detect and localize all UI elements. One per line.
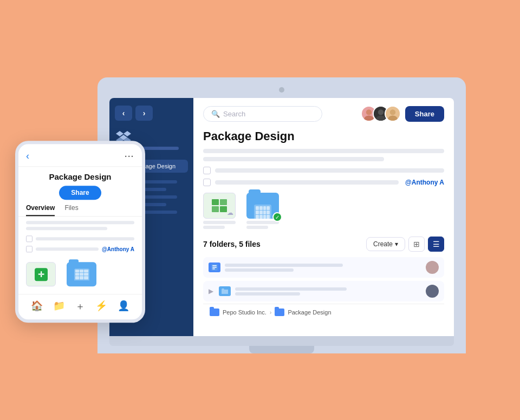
search-box[interactable]: 🔍 Search <box>203 106 322 122</box>
mobile-mention: @Anthony A <box>102 246 134 252</box>
laptop-stand <box>249 346 314 353</box>
svg-point-6 <box>364 115 373 122</box>
laptop-screen: ‹ › <box>109 98 454 336</box>
list-view-button[interactable]: ☰ <box>428 237 444 252</box>
mobile-checkbox-2[interactable] <box>26 246 32 252</box>
breadcrumb-folder-icon <box>275 309 284 316</box>
create-button[interactable]: Create ▾ <box>366 237 405 251</box>
file-previews: ☁ <box>203 193 444 229</box>
breadcrumb: Pepo Studio Inc. › Package Design <box>203 304 444 320</box>
main-content: 🔍 Search <box>193 98 454 336</box>
file-list-header: 7 folders, 5 files Create ▾ ⊞ ☰ <box>203 237 444 252</box>
page-title: Package Design <box>203 129 444 143</box>
mobile-back-button[interactable]: ‹ <box>26 150 29 162</box>
breadcrumb-company-icon <box>210 309 219 316</box>
mobile-content-bars <box>26 221 134 230</box>
content-bars <box>203 149 444 161</box>
mobile-more-button[interactable]: ··· <box>125 152 134 161</box>
svg-marker-0 <box>116 131 123 136</box>
checklist-item-2: @Anthony A <box>203 179 444 186</box>
mobile-check-item-2: @Anthony A <box>26 246 134 252</box>
mobile-title: Package Design <box>26 172 134 181</box>
file-row-avatar-1 <box>426 261 439 274</box>
file-list-controls: Create ▾ ⊞ ☰ <box>366 237 444 252</box>
forward-button[interactable]: › <box>135 106 153 121</box>
mobile-checkbox-1[interactable] <box>26 235 32 242</box>
mobile-header: ‹ ··· <box>18 144 142 167</box>
breadcrumb-folder: Package Design <box>288 309 331 316</box>
grid-view-button[interactable]: ⊞ <box>408 237 425 252</box>
search-icon: 🔍 <box>211 110 220 118</box>
mobile-folder-file[interactable] <box>67 262 96 286</box>
mobile-device: ‹ ··· Package Design Share Overview File… <box>15 141 145 323</box>
mobile-nav-profile[interactable]: 👤 <box>118 300 129 313</box>
file-row-2[interactable]: ▶ <box>203 281 444 301</box>
mobile-nav-files[interactable]: 📁 <box>53 300 65 313</box>
file-row-1[interactable] <box>203 257 444 278</box>
mention-tag: @Anthony A <box>405 179 444 186</box>
mobile-tabs: Overview Files <box>18 204 142 216</box>
svg-rect-15 <box>212 267 217 268</box>
mobile-nav-home[interactable]: 🏠 <box>31 300 43 313</box>
checklist: @Anthony A <box>203 167 444 186</box>
file-folder-icon-2 <box>219 286 231 296</box>
excel-icon: ☁ <box>203 193 236 219</box>
content-bar-1 <box>203 149 444 153</box>
share-button[interactable]: Share <box>405 106 444 122</box>
cloud-icon: ☁ <box>227 209 233 216</box>
mobile-nav-add[interactable]: ＋ <box>75 300 85 313</box>
laptop-base <box>109 336 454 346</box>
laptop-container: ‹ › <box>98 77 466 353</box>
svg-marker-1 <box>123 131 131 136</box>
checkbox-1[interactable] <box>203 167 211 174</box>
breadcrumb-separator-1: › <box>270 309 272 316</box>
avatar-group <box>361 106 401 122</box>
mobile-building-icon <box>74 268 89 280</box>
file-preview-excel[interactable]: ☁ <box>203 193 236 229</box>
checklist-item-1 <box>203 167 444 174</box>
mobile-frame: ‹ ··· Package Design Share Overview File… <box>15 141 145 323</box>
checklist-bar-1 <box>215 168 444 173</box>
file-list: ▶ <box>203 257 444 301</box>
toolbar-right: Share <box>361 106 444 122</box>
svg-point-8 <box>378 109 384 115</box>
mobile-excel-icon: ✛ <box>35 268 48 281</box>
svg-rect-14 <box>212 265 217 266</box>
create-label: Create <box>373 240 393 248</box>
file-doc-icon-1 <box>209 262 220 272</box>
laptop-camera <box>279 87 284 93</box>
file-count: 7 folders, 5 files <box>203 240 261 248</box>
mobile-content: @Anthony A ✛ <box>18 221 142 292</box>
mobile-file-icons: ✛ <box>26 258 134 292</box>
mobile-share-button[interactable]: Share <box>59 186 101 200</box>
checkbox-2[interactable] <box>203 179 211 186</box>
breadcrumb-company: Pepo Studio Inc. <box>223 309 266 316</box>
file-row-avatar-2 <box>426 285 439 298</box>
check-badge: ✓ <box>272 212 282 222</box>
toolbar: 🔍 Search <box>203 106 444 122</box>
mobile-title-section: Package Design Share <box>18 167 142 204</box>
avatar-3 <box>385 106 401 122</box>
svg-point-11 <box>390 109 395 115</box>
sidebar-nav: ‹ › <box>115 106 188 121</box>
search-placeholder: Search <box>223 110 245 118</box>
file-row-bars-1 <box>225 264 421 272</box>
mobile-check-item-1 <box>26 235 134 242</box>
mobile-nav-activity[interactable]: ⚡ <box>95 300 107 313</box>
laptop-body: ‹ › <box>98 77 466 353</box>
mobile-excel-file[interactable]: ✛ <box>26 262 56 286</box>
mobile-checklist: @Anthony A <box>26 235 134 252</box>
file-preview-folder[interactable]: ✓ <box>246 193 279 229</box>
create-chevron-icon: ▾ <box>395 240 398 248</box>
file-row-bars-2 <box>235 287 421 296</box>
expand-icon: ▶ <box>209 287 213 295</box>
mobile-bottom-nav: 🏠 📁 ＋ ⚡ 👤 <box>18 294 142 319</box>
svg-rect-16 <box>212 268 215 270</box>
mobile-tab-files[interactable]: Files <box>64 204 78 216</box>
content-bar-2 <box>203 157 384 161</box>
mobile-tab-overview[interactable]: Overview <box>26 204 55 216</box>
checklist-bar-2 <box>215 180 399 185</box>
svg-point-5 <box>366 109 372 115</box>
back-button[interactable]: ‹ <box>115 106 132 121</box>
